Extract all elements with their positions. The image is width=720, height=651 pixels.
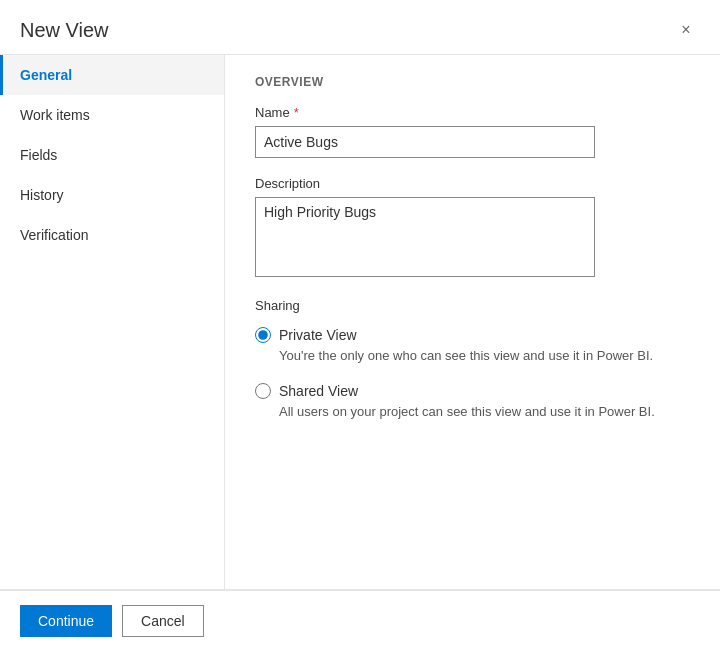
private-view-radio[interactable] <box>255 327 271 343</box>
sidebar-item-history[interactable]: History <box>0 175 224 215</box>
sharing-radio-group: Private View You're the only one who can… <box>255 327 690 433</box>
sidebar-item-verification-label: Verification <box>20 227 88 243</box>
sharing-section: Sharing Private View You're the only one… <box>255 298 690 433</box>
private-view-option: Private View You're the only one who can… <box>255 327 690 365</box>
description-input[interactable]: High Priority Bugs <box>255 197 595 277</box>
sidebar-item-fields-label: Fields <box>20 147 57 163</box>
sidebar-item-work-items-label: Work items <box>20 107 90 123</box>
continue-button[interactable]: Continue <box>20 605 112 637</box>
sidebar-item-general[interactable]: General <box>0 55 224 95</box>
private-view-desc: You're the only one who can see this vie… <box>255 347 690 365</box>
sharing-label: Sharing <box>255 298 690 313</box>
private-view-label[interactable]: Private View <box>279 327 357 343</box>
sidebar-item-verification[interactable]: Verification <box>0 215 224 255</box>
shared-view-radio[interactable] <box>255 383 271 399</box>
name-required-star: * <box>294 105 299 120</box>
description-label: Description <box>255 176 690 191</box>
shared-view-option: Shared View All users on your project ca… <box>255 383 690 421</box>
description-field-group: Description High Priority Bugs <box>255 176 690 280</box>
new-view-dialog: New View × General Work items Fields His… <box>0 0 720 651</box>
sidebar-item-fields[interactable]: Fields <box>0 135 224 175</box>
shared-view-label[interactable]: Shared View <box>279 383 358 399</box>
dialog-header: New View × <box>0 0 720 54</box>
private-view-row: Private View <box>255 327 690 343</box>
sidebar-item-history-label: History <box>20 187 64 203</box>
sidebar-item-general-label: General <box>20 67 72 83</box>
dialog-body: General Work items Fields History Verifi… <box>0 55 720 589</box>
name-input[interactable] <box>255 126 595 158</box>
overview-section-label: Overview <box>255 75 690 89</box>
name-label: Name * <box>255 105 690 120</box>
name-field-group: Name * <box>255 105 690 158</box>
shared-view-desc: All users on your project can see this v… <box>255 403 690 421</box>
main-content: Overview Name * Description High Priorit… <box>225 55 720 589</box>
sidebar: General Work items Fields History Verifi… <box>0 55 225 589</box>
shared-view-row: Shared View <box>255 383 690 399</box>
dialog-footer: Continue Cancel <box>0 590 720 651</box>
name-label-text: Name <box>255 105 290 120</box>
sidebar-item-work-items[interactable]: Work items <box>0 95 224 135</box>
dialog-title: New View <box>20 19 109 42</box>
close-button[interactable]: × <box>672 16 700 44</box>
cancel-button[interactable]: Cancel <box>122 605 204 637</box>
